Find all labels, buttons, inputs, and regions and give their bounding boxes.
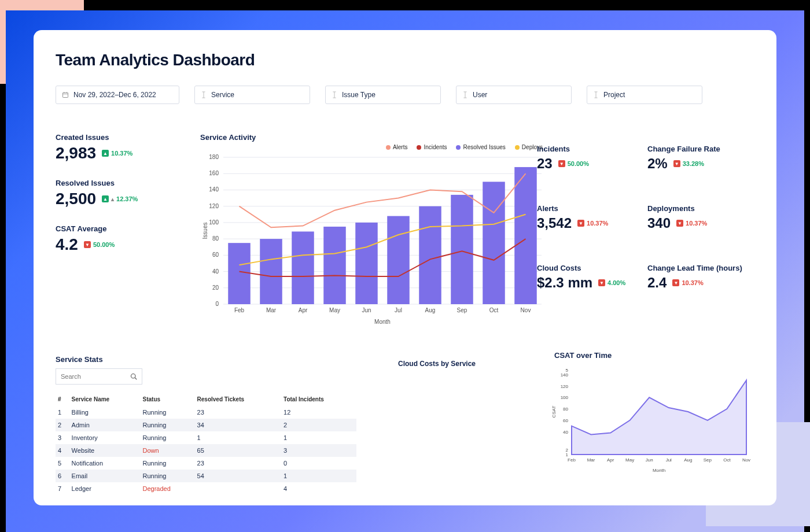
svg-rect-38 bbox=[260, 239, 282, 304]
col-resolved[interactable]: Resolved Tickets bbox=[195, 393, 281, 406]
svg-text:100: 100 bbox=[209, 219, 219, 226]
svg-text:Mar: Mar bbox=[266, 307, 277, 313]
legend-dot-deploys bbox=[515, 145, 520, 150]
table-row[interactable]: 7LedgerDegraded4 bbox=[56, 482, 356, 495]
svg-rect-46 bbox=[387, 216, 410, 304]
cloud-costs-chart-title: Cloud Costs by Service bbox=[398, 360, 476, 368]
svg-text:180: 180 bbox=[209, 154, 219, 160]
svg-text:Nov: Nov bbox=[521, 307, 531, 313]
svg-text:Aug: Aug bbox=[425, 307, 436, 313]
trend-down-icon: ▼ bbox=[676, 220, 683, 227]
metric-incidents: Incidents 23▼50.00% bbox=[537, 145, 640, 172]
csat-over-time-chart: CSAT over Time 124060801001201405FebMarA… bbox=[548, 351, 751, 475]
csat-chart-svg: 124060801001201405FebMarAprMayJunJulAugS… bbox=[548, 360, 751, 475]
trend-up-icon: ▲ bbox=[102, 150, 109, 157]
svg-text:Oct: Oct bbox=[723, 457, 731, 463]
service-activity-chart: Service Activity Alerts Incidents Resolv… bbox=[200, 133, 547, 327]
svg-text:120: 120 bbox=[561, 384, 569, 389]
chart-title: CSAT over Time bbox=[554, 351, 751, 360]
table-row[interactable]: 3InventoryRunning11 bbox=[56, 431, 356, 444]
user-filter[interactable]: User bbox=[456, 86, 572, 104]
svg-text:20: 20 bbox=[212, 285, 219, 291]
svg-text:Month: Month bbox=[653, 468, 665, 473]
col-incidents[interactable]: Total Incidents bbox=[281, 393, 356, 406]
service-stats: Service Stats # Service Name Status Reso… bbox=[56, 355, 356, 505]
svg-text:Feb: Feb bbox=[234, 307, 245, 313]
metric-resolved-issues: Resolved Issues 2,500 ▲▴12.37% bbox=[56, 179, 165, 208]
cursor-icon bbox=[332, 91, 337, 98]
svg-text:5: 5 bbox=[566, 368, 569, 373]
svg-rect-44 bbox=[355, 223, 378, 304]
metric-value: 2.4 bbox=[647, 275, 667, 291]
search-input[interactable] bbox=[61, 373, 124, 380]
metric-value: $2.3 mm bbox=[537, 275, 592, 291]
service-filter[interactable]: Service bbox=[194, 86, 310, 104]
cursor-icon bbox=[462, 91, 468, 98]
filter-bar: Nov 29, 2022–Dec 6, 2022 Service Issue T… bbox=[56, 86, 754, 104]
svg-text:Sep: Sep bbox=[457, 307, 467, 313]
right-metrics: Incidents 23▼50.00% Change Failure Rate … bbox=[537, 145, 751, 307]
stats-table: # Service Name Status Resolved Tickets T… bbox=[56, 393, 356, 495]
svg-rect-52 bbox=[483, 182, 505, 304]
legend-resolved: Resolved Issues bbox=[463, 144, 505, 150]
metric-deployments: Deployments 340▼10.37% bbox=[647, 204, 751, 231]
svg-text:Sep: Sep bbox=[704, 457, 712, 463]
svg-text:May: May bbox=[329, 307, 340, 313]
svg-rect-50 bbox=[451, 195, 473, 304]
svg-text:0: 0 bbox=[215, 301, 219, 307]
svg-text:May: May bbox=[625, 457, 634, 463]
svg-text:2: 2 bbox=[566, 448, 569, 453]
stats-title: Service Stats bbox=[56, 355, 356, 364]
metric-value: 340 bbox=[647, 215, 671, 231]
legend-incidents: Incidents bbox=[424, 144, 447, 150]
svg-text:Apr: Apr bbox=[299, 307, 308, 313]
svg-text:Nov: Nov bbox=[742, 457, 750, 463]
chart-legend: Alerts Incidents Resolved Issues Deploys bbox=[200, 144, 543, 150]
metric-value: 2,983 bbox=[56, 144, 96, 162]
svg-rect-42 bbox=[323, 227, 346, 304]
trend-down-icon: ▼ bbox=[598, 279, 605, 286]
col-number[interactable]: # bbox=[56, 393, 69, 406]
legend-dot-resolved bbox=[456, 145, 461, 150]
metric-value: 23 bbox=[537, 156, 553, 172]
calendar-icon bbox=[62, 91, 69, 98]
metric-value: 4.2 bbox=[56, 235, 78, 254]
metric-csat-avg: CSAT Average 4.2 ▼50.00% bbox=[56, 224, 165, 254]
svg-text:Aug: Aug bbox=[684, 457, 692, 463]
metric-pct: 10.37% bbox=[682, 279, 703, 286]
metric-change-lead-time: Change Lead Time (hours) 2.4▼10.37% bbox=[647, 264, 751, 291]
svg-text:60: 60 bbox=[563, 418, 568, 423]
date-range-filter[interactable]: Nov 29, 2022–Dec 6, 2022 bbox=[56, 86, 179, 104]
table-row[interactable]: 5NotificationRunning230 bbox=[56, 457, 356, 470]
svg-text:Issues: Issues bbox=[202, 223, 208, 239]
project-filter[interactable]: Project bbox=[587, 86, 702, 104]
metric-label: Deployments bbox=[647, 204, 751, 213]
metric-label: Resolved Issues bbox=[56, 179, 165, 187]
metric-pct: 10.37% bbox=[111, 150, 132, 157]
caret-up-icon: ▴ bbox=[111, 196, 114, 202]
metric-cloud-costs: Cloud Costs $2.3 mm▼4.00% bbox=[537, 264, 640, 291]
trend-down-icon: ▼ bbox=[558, 160, 565, 167]
issue-type-filter-label: Issue Type bbox=[342, 91, 375, 99]
issue-type-filter[interactable]: Issue Type bbox=[325, 86, 441, 104]
col-service-name[interactable]: Service Name bbox=[69, 393, 141, 406]
col-status[interactable]: Status bbox=[140, 393, 194, 406]
metric-pct: 12.37% bbox=[116, 195, 138, 202]
svg-text:Month: Month bbox=[374, 319, 391, 325]
svg-point-58 bbox=[131, 374, 136, 379]
table-row[interactable]: 6EmailRunning541 bbox=[56, 470, 356, 482]
svg-text:120: 120 bbox=[209, 203, 219, 209]
svg-rect-40 bbox=[292, 231, 314, 304]
svg-rect-54 bbox=[514, 167, 537, 304]
trend-down-icon: ▼ bbox=[673, 160, 680, 167]
svg-rect-0 bbox=[63, 93, 68, 97]
page-title: Team Analytics Dashboard bbox=[56, 51, 754, 69]
metric-label: Cloud Costs bbox=[537, 264, 640, 272]
table-row[interactable]: 1BillingRunning2312 bbox=[56, 406, 356, 419]
table-row[interactable]: 4WebsiteDown653 bbox=[56, 444, 356, 457]
legend-dot-alerts bbox=[386, 145, 391, 150]
metric-label: Incidents bbox=[537, 145, 640, 153]
trend-down-icon: ▼ bbox=[84, 241, 91, 248]
search-box[interactable] bbox=[56, 368, 142, 385]
table-row[interactable]: 2AdminRunning342 bbox=[56, 419, 356, 431]
